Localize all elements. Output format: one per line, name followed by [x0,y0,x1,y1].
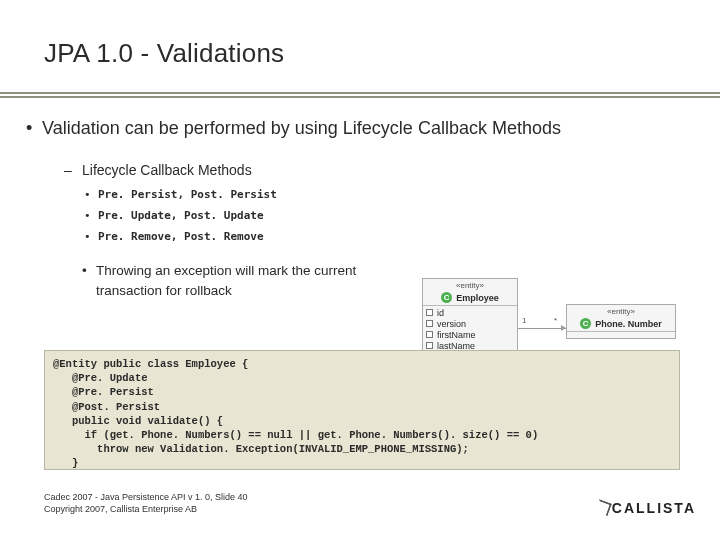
uml-attr: firstName [426,329,514,340]
callback-text: Pre. Remove, Post. Remove [98,230,264,243]
uml-attr-name: firstName [437,330,476,340]
divider-line-1 [0,92,720,94]
logo-mark-icon [594,499,612,517]
callback-text: Pre. Persist, Post. Persist [98,188,277,201]
bullet-dot: • [84,188,98,201]
bullet-dot: • [84,209,98,222]
uml-employee-attrs: id version firstName lastName [423,306,517,352]
footer-line-2: Copyright 2007, Callista Enterprise AB [44,503,248,516]
logo-text: CALLISTA [612,500,696,516]
uml-stereotype: «entity» [423,279,517,290]
bullet-level-1: • Validation can be performed by using L… [26,116,686,140]
uml-attr: version [426,318,514,329]
square-icon [426,342,433,349]
uml-attr-name: version [437,319,466,329]
uml-employee-name: Employee [456,293,499,303]
uml-connector [518,328,566,329]
callback-item: • Pre. Remove, Post. Remove [84,230,686,243]
bullet-dot: • [82,261,96,281]
slide-title: JPA 1.0 - Validations [44,38,284,69]
slide: JPA 1.0 - Validations • Validation can b… [0,0,720,540]
square-icon [426,309,433,316]
bullet-1-text: Validation can be performed by using Lif… [42,116,561,140]
uml-employee-box: «entity» C Employee id version firstName… [422,278,518,353]
callback-text: Pre. Update, Post. Update [98,209,264,222]
uml-attr-name: lastName [437,341,475,351]
uml-phone-name: Phone. Number [595,319,662,329]
content-area: • Validation can be performed by using L… [26,116,686,300]
note-bullet: • Throwing an exception will mark the cu… [82,261,686,300]
dash-icon: – [64,162,82,178]
uml-attr: id [426,307,514,318]
sub-heading: Lifecycle Callback Methods [82,162,252,178]
square-icon [426,320,433,327]
entity-icon: C [441,292,452,303]
footer-line-1: Cadec 2007 - Java Persistence API v 1. 0… [44,491,248,504]
bullet-dot: • [26,116,42,140]
uml-attr-name: id [437,308,444,318]
callista-logo: CALLISTA [596,500,696,516]
uml-stereotype: «entity» [567,305,675,316]
sub-bullet: – Lifecycle Callback Methods [64,162,686,178]
note-text: Throwing an exception will mark the curr… [96,261,416,300]
divider-line-2 [0,96,720,98]
entity-icon: C [580,318,591,329]
callback-item: • Pre. Persist, Post. Persist [84,188,686,201]
footer: Cadec 2007 - Java Persistence API v 1. 0… [44,491,248,516]
square-icon [426,331,433,338]
uml-mult-left: 1 [522,316,526,325]
code-block: @Entity public class Employee { @Pre. Up… [44,350,680,470]
uml-mult-right: * [554,316,557,325]
callback-list: • Pre. Persist, Post. Persist • Pre. Upd… [84,188,686,243]
callback-item: • Pre. Update, Post. Update [84,209,686,222]
bullet-dot: • [84,230,98,243]
uml-phone-box: «entity» C Phone. Number [566,304,676,339]
